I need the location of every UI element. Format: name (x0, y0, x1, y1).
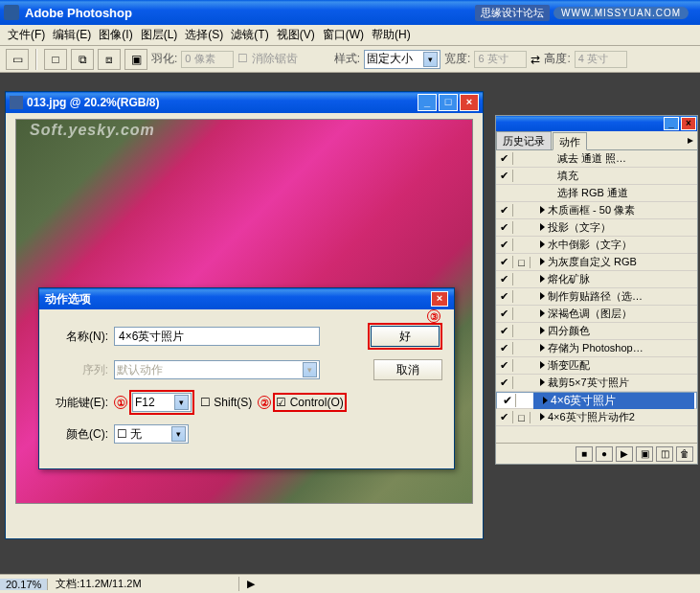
action-label: 投影（文字） (548, 221, 611, 233)
zoom-percent[interactable]: 20.17% (0, 579, 48, 590)
width-input[interactable] (474, 51, 527, 68)
tab-actions[interactable]: 动作 (553, 132, 587, 150)
selection-new-icon[interactable]: □ (44, 49, 67, 70)
expand-icon[interactable] (540, 275, 545, 283)
document-icon (10, 96, 23, 109)
menu-help[interactable]: 帮助(H) (368, 27, 415, 43)
expand-icon[interactable] (540, 378, 545, 386)
action-item[interactable]: ✔渐变匹配 (496, 357, 697, 375)
expand-icon[interactable] (540, 413, 545, 421)
ok-button[interactable]: 好 (371, 326, 440, 347)
status-play-icon[interactable]: ▶ (239, 578, 262, 590)
ctrl-checkbox[interactable]: ☑ Control(O) (276, 396, 343, 409)
action-item[interactable]: ✔水中倒影（文字） (496, 237, 697, 254)
menu-file[interactable]: 文件(F) (4, 27, 49, 43)
selection-intersect-icon[interactable]: ▣ (124, 49, 147, 70)
action-toggle-check[interactable]: ✔ (499, 394, 516, 407)
style-select[interactable]: 固定大小▾ (364, 50, 440, 69)
expand-icon[interactable] (540, 309, 545, 317)
expand-icon[interactable] (540, 258, 545, 265)
feather-input[interactable] (181, 51, 234, 68)
color-select[interactable]: ☐ 无▾ (114, 424, 189, 444)
menu-filter[interactable]: 滤镜(T) (227, 27, 272, 43)
action-toggle-check[interactable]: ✔ (496, 273, 513, 285)
menu-view[interactable]: 视图(V) (273, 27, 319, 43)
expand-icon[interactable] (540, 292, 545, 300)
trash-button[interactable]: 🗑 (676, 446, 693, 462)
action-item[interactable]: ✔存储为 Photoshop… (496, 340, 697, 357)
menu-image[interactable]: 图像(I) (95, 27, 136, 43)
action-toggle-check[interactable]: ✔ (496, 376, 513, 389)
action-toggle-check[interactable]: ✔ (496, 152, 513, 165)
action-dialog-toggle[interactable]: □ (513, 257, 531, 268)
series-label: 序列: (51, 362, 108, 378)
expand-icon[interactable] (540, 327, 545, 334)
action-toggle-check[interactable]: ✔ (496, 308, 513, 320)
action-item[interactable]: ✔制作剪贴路径（选… (496, 288, 697, 306)
action-item[interactable]: ✔填充 (496, 168, 697, 185)
action-toggle-check[interactable]: ✔ (496, 170, 513, 182)
expand-icon[interactable] (543, 397, 548, 404)
action-toggle-check[interactable]: ✔ (496, 221, 513, 234)
panel-menu-icon[interactable]: ▸ (684, 131, 697, 149)
action-dialog-toggle[interactable]: □ (513, 412, 531, 423)
expand-icon[interactable] (540, 361, 545, 369)
expand-icon[interactable] (540, 206, 545, 214)
height-input[interactable] (575, 51, 627, 68)
doc-close-button[interactable]: × (460, 94, 479, 111)
record-button[interactable]: ● (596, 446, 613, 462)
menu-edit[interactable]: 编辑(E) (49, 27, 95, 43)
cancel-button[interactable]: 取消 (373, 359, 442, 380)
action-item[interactable]: ✔减去 通道 照… (496, 150, 697, 168)
action-toggle-check[interactable]: ✔ (496, 325, 513, 337)
new-set-button[interactable]: ▣ (636, 446, 653, 462)
callout-1: ① (114, 396, 127, 409)
expand-icon[interactable] (540, 223, 545, 231)
new-action-button[interactable]: ◫ (656, 446, 673, 462)
expand-icon[interactable] (540, 240, 545, 248)
swap-icon[interactable]: ⇄ (531, 53, 540, 66)
dialog-titlebar[interactable]: 动作选项 × (39, 288, 454, 309)
actions-list[interactable]: ✔减去 通道 照…✔填充选择 RGB 通道✔木质画框 - 50 像素✔投影（文字… (496, 150, 697, 443)
action-item[interactable]: ✔四分颜色 (496, 323, 697, 340)
doc-maximize-button[interactable]: □ (439, 94, 458, 111)
action-toggle-check[interactable]: ✔ (496, 290, 513, 303)
menu-select[interactable]: 选择(S) (181, 27, 227, 43)
marquee-tool-icon[interactable]: ▭ (6, 49, 29, 70)
panel-titlebar[interactable]: _ × (496, 116, 697, 131)
doc-minimize-button[interactable]: _ (418, 94, 437, 111)
action-item[interactable]: ✔熔化矿脉 (496, 271, 697, 288)
stop-button[interactable]: ■ (576, 446, 593, 462)
action-toggle-check[interactable]: ✔ (496, 239, 513, 251)
name-input[interactable] (114, 327, 320, 346)
action-toggle-check[interactable]: ✔ (496, 256, 513, 268)
dialog-close-button[interactable]: × (431, 291, 448, 307)
action-toggle-check[interactable]: ✔ (496, 342, 513, 354)
action-item[interactable]: ✔投影（文字） (496, 219, 697, 237)
tab-history[interactable]: 历史记录 (496, 131, 552, 149)
menu-window[interactable]: 窗口(W) (319, 27, 368, 43)
selection-subtract-icon[interactable]: ⧈ (98, 49, 121, 70)
shift-checkbox[interactable]: ☐ Shift(S) (200, 396, 252, 409)
action-item[interactable]: ✔4×6英寸照片 (496, 392, 697, 409)
action-item[interactable]: ✔木质画框 - 50 像素 (496, 202, 697, 219)
menu-layer[interactable]: 图层(L) (137, 27, 182, 43)
series-select: 默认动作▾ (114, 360, 320, 379)
panel-close-button[interactable]: × (681, 117, 696, 130)
fkey-select[interactable]: F12▾ (132, 393, 192, 412)
panel-minimize-button[interactable]: _ (664, 117, 679, 130)
document-titlebar[interactable]: 013.jpg @ 20.2%(RGB/8) _ □ × (6, 92, 483, 113)
expand-icon[interactable] (540, 344, 545, 352)
action-toggle-check[interactable]: ✔ (496, 204, 513, 217)
action-toggle-check[interactable]: ✔ (496, 411, 513, 423)
action-item[interactable]: ✔深褐色调（图层） (496, 306, 697, 323)
action-item[interactable]: 选择 RGB 通道 (496, 185, 697, 202)
action-toggle-check[interactable]: ✔ (496, 359, 513, 372)
action-label: 水中倒影（文字） (548, 239, 632, 250)
action-item[interactable]: ✔□为灰度自定义 RGB (496, 254, 697, 271)
action-item[interactable]: ✔□4×6英寸照片动作2 (496, 409, 697, 426)
action-item[interactable]: ✔裁剪5×7英寸照片 (496, 375, 697, 392)
play-button[interactable]: ▶ (616, 446, 633, 462)
selection-add-icon[interactable]: ⧉ (71, 49, 94, 70)
callout-3: ③ (427, 309, 440, 323)
